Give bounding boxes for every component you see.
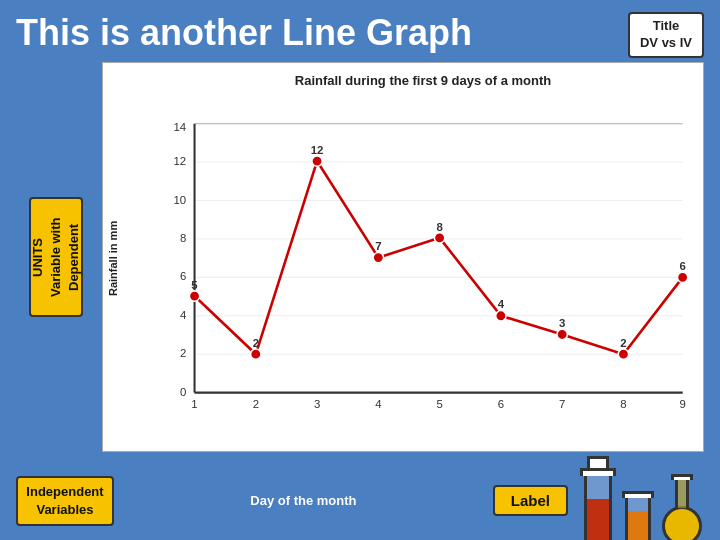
- svg-point-29: [312, 156, 322, 166]
- beaker-short: [622, 481, 656, 540]
- svg-text:9: 9: [679, 398, 685, 410]
- flask: [660, 466, 704, 540]
- svg-text:4: 4: [375, 398, 382, 410]
- svg-point-31: [434, 232, 444, 242]
- svg-point-32: [496, 310, 506, 320]
- dv-label: DependentVariable withUNITS: [29, 197, 83, 317]
- label-badge: Label: [493, 485, 568, 516]
- title-badge: Title DV vs IV: [628, 12, 704, 58]
- svg-text:2: 2: [180, 347, 186, 359]
- svg-point-33: [557, 329, 567, 339]
- svg-text:7: 7: [375, 240, 381, 252]
- svg-point-28: [251, 349, 261, 359]
- svg-text:1: 1: [191, 398, 197, 410]
- svg-text:4: 4: [180, 309, 187, 321]
- chart-area: Rainfall during the first 9 days of a mo…: [102, 62, 704, 452]
- svg-text:5: 5: [191, 279, 198, 291]
- svg-point-35: [677, 272, 687, 282]
- svg-text:6: 6: [498, 398, 504, 410]
- svg-text:2: 2: [253, 398, 259, 410]
- svg-text:14: 14: [174, 121, 187, 133]
- chart-title: Rainfall during the first 9 days of a mo…: [153, 73, 693, 88]
- svg-text:10: 10: [174, 193, 187, 205]
- page-title: This is another Line Graph: [16, 12, 472, 54]
- beakers-decoration: [580, 456, 704, 540]
- line-chart: 0 2 4 6 8 10 12 14 1 2 3 4 5 6 7 8 9: [153, 94, 693, 442]
- svg-text:3: 3: [559, 317, 565, 329]
- svg-text:12: 12: [174, 155, 187, 167]
- svg-text:7: 7: [559, 398, 565, 410]
- svg-text:5: 5: [436, 398, 442, 410]
- svg-text:4: 4: [498, 298, 505, 310]
- svg-text:2: 2: [253, 337, 259, 349]
- x-axis-label: Day of the month: [122, 493, 485, 508]
- iv-label: Independent Variables: [16, 476, 114, 526]
- beaker-tall: [580, 456, 618, 540]
- svg-text:8: 8: [436, 220, 442, 232]
- dv-label-container: DependentVariable withUNITS: [16, 62, 96, 452]
- svg-point-30: [373, 252, 383, 262]
- svg-text:12: 12: [311, 144, 324, 156]
- svg-text:6: 6: [180, 270, 186, 282]
- svg-text:2: 2: [620, 337, 626, 349]
- svg-point-34: [618, 349, 628, 359]
- svg-text:3: 3: [314, 398, 320, 410]
- svg-text:6: 6: [679, 260, 685, 272]
- svg-text:8: 8: [180, 232, 186, 244]
- svg-point-27: [189, 291, 199, 301]
- y-axis-label: Rainfall in mm: [107, 218, 119, 298]
- svg-text:0: 0: [180, 386, 186, 398]
- svg-text:8: 8: [620, 398, 626, 410]
